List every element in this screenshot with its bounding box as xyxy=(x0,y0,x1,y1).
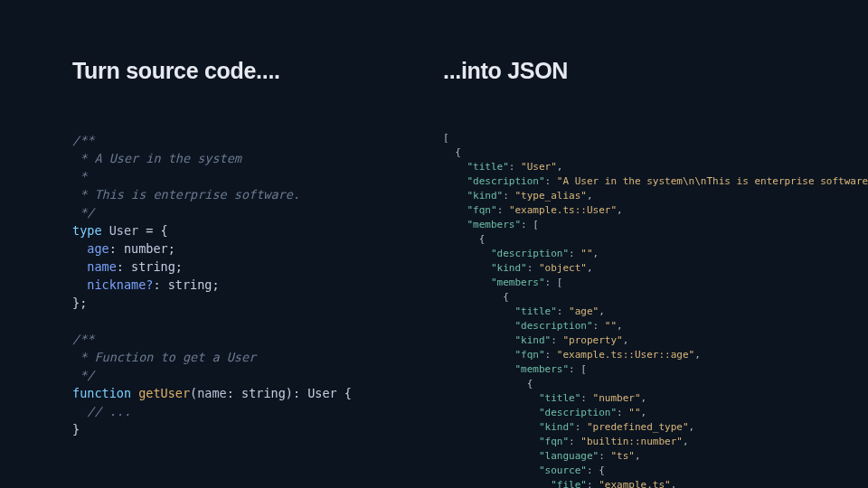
comment-line: // ... xyxy=(72,404,131,418)
json-value: "" xyxy=(580,248,592,259)
property: age xyxy=(87,241,108,256)
punctuation: : xyxy=(109,241,124,256)
json-key: "members" xyxy=(467,219,522,230)
json-key: "title" xyxy=(514,305,556,317)
comment-line: */ xyxy=(72,205,94,220)
json-key: "kind" xyxy=(539,421,575,433)
json-key: "kind" xyxy=(467,190,504,202)
json-value: "number" xyxy=(593,392,641,404)
punctuation: }; xyxy=(72,296,87,310)
punctuation: ; xyxy=(168,241,175,256)
json-value: "example.ts::User::age" xyxy=(557,349,694,361)
punctuation: ( xyxy=(190,386,197,400)
type: string xyxy=(131,259,175,274)
json-punc: { xyxy=(443,146,461,158)
json-heading: ...into JSON xyxy=(443,58,868,84)
punctuation: } xyxy=(72,422,80,436)
json-key: "source" xyxy=(539,465,587,476)
json-value: "age" xyxy=(569,305,599,317)
comment-line: /** xyxy=(72,133,94,147)
punctuation: : xyxy=(153,277,167,292)
property: nickname xyxy=(87,277,146,292)
json-value: "User" xyxy=(521,161,557,173)
json-punc: { xyxy=(443,378,533,389)
json-key: "description" xyxy=(467,175,545,187)
json-key: "fqn" xyxy=(539,436,569,447)
type: string xyxy=(168,277,212,292)
json-value: "type_alias" xyxy=(515,190,587,202)
json-punc: { xyxy=(443,233,485,245)
punctuation: : xyxy=(117,259,131,274)
json-value: "object" xyxy=(539,262,587,274)
json-value: "property" xyxy=(562,334,622,346)
keyword: type xyxy=(72,223,102,238)
source-heading: Turn source code.... xyxy=(72,58,416,84)
json-value: "builtin::number" xyxy=(580,436,683,447)
json-punc: [ xyxy=(443,132,449,144)
function-name: getUser xyxy=(138,386,190,400)
json-key: "file" xyxy=(551,479,587,488)
property: name xyxy=(87,259,117,274)
type: number xyxy=(124,241,168,256)
json-value: "" xyxy=(605,320,617,332)
json-output-panel: ...into JSON [ { "title": "User", "descr… xyxy=(434,0,868,488)
json-key: "members" xyxy=(514,363,569,375)
punctuation: ): xyxy=(286,386,307,400)
json-value: "example.ts" xyxy=(599,479,670,488)
json-punc: { xyxy=(443,291,509,303)
json-key: "language" xyxy=(539,450,599,462)
json-value: "predefined_type" xyxy=(587,421,689,433)
json-output-block: [ { "title": "User", "description": "A U… xyxy=(443,131,868,488)
json-key: "fqn" xyxy=(467,204,497,216)
json-value: "ts" xyxy=(610,450,635,462)
comment-line: * xyxy=(72,169,87,183)
source-code-block: /** * A User in the system * * This is e… xyxy=(72,131,416,438)
json-key: "kind" xyxy=(491,262,527,274)
json-value: "example.ts::User" xyxy=(509,204,617,216)
json-key: "description" xyxy=(514,320,592,332)
comment-line: * This is enterprise software. xyxy=(72,187,300,202)
json-key: "kind" xyxy=(514,334,551,346)
punctuation: ; xyxy=(175,259,183,274)
comment-line: * Function to get a User xyxy=(72,350,256,364)
json-value: "A User in the system\n\nThis is enterpr… xyxy=(557,175,868,187)
json-key: "title" xyxy=(467,161,509,173)
keyword: function xyxy=(72,386,131,400)
punctuation: { xyxy=(337,386,352,400)
json-key: "description" xyxy=(539,407,617,418)
comment-line: /** xyxy=(72,332,94,346)
punctuation: : xyxy=(227,386,241,400)
two-column-layout: Turn source code.... /** * A User in the… xyxy=(22,0,846,488)
json-key: "members" xyxy=(491,277,545,288)
punctuation: = { xyxy=(138,223,168,238)
param-name: name xyxy=(197,386,227,400)
return-type: User xyxy=(307,386,337,400)
json-key: "description" xyxy=(491,248,569,259)
json-key: "fqn" xyxy=(514,349,544,361)
comment-line: * A User in the system xyxy=(72,151,241,165)
punctuation: ; xyxy=(212,277,219,292)
json-key: "title" xyxy=(539,392,580,404)
type-name: User xyxy=(109,223,139,238)
comment-line: */ xyxy=(72,368,94,382)
json-value: "" xyxy=(628,407,640,418)
source-code-panel: Turn source code.... /** * A User in the… xyxy=(22,0,434,488)
type: string xyxy=(241,386,286,400)
